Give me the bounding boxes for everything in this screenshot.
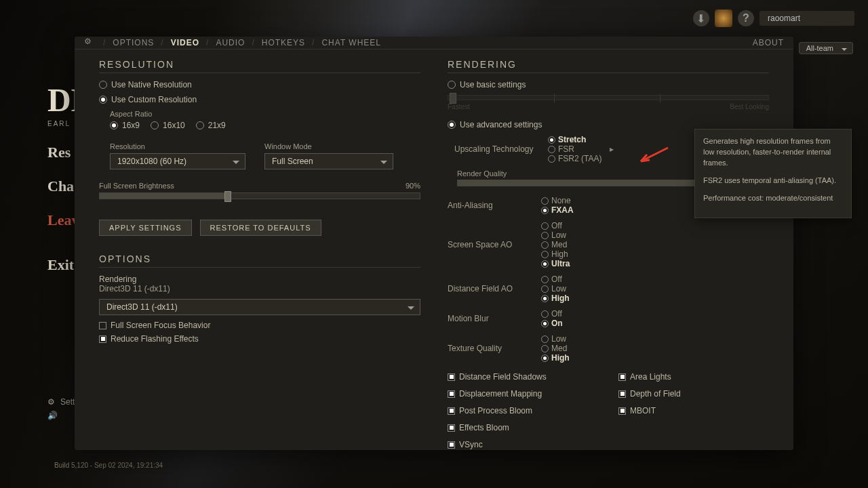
- right-column: RENDERING Use basic settings Fastest Bes…: [438, 49, 793, 460]
- resolution-heading: RESOLUTION: [99, 59, 420, 73]
- tex-label: Texture Quality: [448, 344, 536, 353]
- brightness-value: 90%: [406, 182, 420, 190]
- radio-basic-settings[interactable]: Use basic settings: [448, 80, 769, 89]
- radio-advanced-settings[interactable]: Use advanced settings: [448, 120, 769, 129]
- checkbox-area-lights[interactable]: Area Lights: [618, 372, 769, 382]
- checkbox-reduce-flash[interactable]: Reduce Flashing Effects: [99, 334, 420, 344]
- aspect-16x9[interactable]: 16x9: [110, 121, 140, 130]
- ssao-high[interactable]: High: [541, 249, 570, 259]
- rendering-checkboxes: Distance Field ShadowsArea LightsDisplac…: [448, 372, 769, 453]
- tab-video[interactable]: VIDEO: [171, 38, 199, 47]
- checkbox-mboit[interactable]: MBOIT: [618, 406, 769, 415]
- download-icon[interactable]: ⬇: [693, 10, 709, 26]
- gear-icon: ⚙: [84, 37, 96, 49]
- checkbox-post-process-bloom[interactable]: Post Process Bloom: [448, 406, 598, 415]
- aspect-16x10[interactable]: 16x10: [151, 121, 185, 130]
- aspect-ratio-label: Aspect Ratio: [110, 110, 420, 118]
- tab-options[interactable]: OPTIONS: [113, 38, 154, 47]
- tab-audio[interactable]: AUDIO: [216, 38, 245, 47]
- options-heading: OPTIONS: [99, 253, 420, 268]
- radio-custom-resolution[interactable]: Use Custom Resolution: [99, 95, 420, 104]
- ssao-med[interactable]: Med: [541, 240, 570, 249]
- ssao-off[interactable]: Off: [541, 221, 570, 230]
- dfao-label: Distance Field AO: [448, 284, 536, 293]
- aa-label: Anti-Aliasing: [448, 201, 536, 210]
- menu-settings[interactable]: ⚙Sett: [47, 397, 75, 407]
- checkbox-distance-field-shadows[interactable]: Distance Field Shadows: [448, 372, 598, 382]
- bg-footer: ⚙Sett 🔊: [47, 393, 75, 420]
- settings-panel: ⚙ / OPTIONS / VIDEO / AUDIO / HOTKEYS / …: [75, 37, 793, 450]
- upscale-stretch[interactable]: Stretch: [548, 135, 601, 144]
- ssao-low[interactable]: Low: [541, 230, 570, 240]
- checkbox-displacement-mapping[interactable]: Displacement Mapping: [448, 389, 598, 399]
- mblur-off[interactable]: Off: [541, 309, 563, 319]
- rendering-sublabel: Direct3D 11 (-dx11): [99, 284, 420, 293]
- resolution-select[interactable]: 1920x1080 (60 Hz): [110, 153, 245, 169]
- chat-channel-select[interactable]: All-team: [799, 42, 853, 54]
- checkbox-focus-behavior[interactable]: Full Screen Focus Behavior: [99, 321, 420, 330]
- checkbox-depth-of-field[interactable]: Depth of Field: [618, 389, 769, 399]
- tab-chatwheel[interactable]: CHAT WHEEL: [321, 38, 381, 47]
- aspect-ratio-group: 16x916x1021x9: [110, 121, 420, 136]
- gear-icon: ⚙: [47, 397, 55, 407]
- apply-settings-button[interactable]: APPLY SETTINGS: [99, 220, 192, 236]
- settings-tabs: ⚙ / OPTIONS / VIDEO / AUDIO / HOTKEYS / …: [75, 37, 793, 49]
- speaker-icon: 🔊: [47, 411, 58, 420]
- build-info: Build 5,120 - Sep 02 2024, 19:21:34: [54, 462, 163, 469]
- resolution-label: Resolution: [110, 142, 245, 150]
- window-mode-label: Window Mode: [264, 142, 393, 150]
- dfao-high[interactable]: High: [541, 293, 570, 303]
- menu-sound[interactable]: 🔊: [47, 411, 75, 420]
- checkbox-vsync[interactable]: VSync: [448, 440, 598, 449]
- help-icon[interactable]: ?: [738, 10, 754, 26]
- topbar: ⬇ ? raoomart: [693, 9, 854, 27]
- left-column: RESOLUTION Use Native Resolution Use Cus…: [75, 49, 438, 460]
- brightness-label: Full Screen Brightness: [99, 182, 174, 190]
- upscale-fsr[interactable]: FSR: [548, 144, 601, 154]
- upscaling-tooltip: Generates high resolution frames from lo…: [694, 129, 852, 218]
- rendering-label: Rendering: [99, 274, 420, 284]
- aa-fxaa[interactable]: FXAA: [541, 205, 574, 215]
- brightness-slider[interactable]: [99, 192, 420, 199]
- username-field[interactable]: raoomart: [760, 11, 854, 26]
- aa-none[interactable]: None: [541, 196, 574, 205]
- texq-med[interactable]: Med: [541, 344, 570, 353]
- rendering-api-select[interactable]: Direct3D 11 (-dx11): [99, 299, 420, 315]
- restore-defaults-button[interactable]: RESTORE TO DEFAULTS: [200, 220, 321, 236]
- texq-high[interactable]: High: [541, 353, 570, 363]
- checkbox-effects-bloom[interactable]: Effects Bloom: [448, 423, 598, 432]
- tab-about[interactable]: ABOUT: [753, 38, 784, 47]
- aspect-21x9[interactable]: 21x9: [196, 121, 226, 130]
- mblur-on[interactable]: On: [541, 319, 563, 328]
- game-logo-icon[interactable]: [715, 9, 732, 27]
- tab-hotkeys[interactable]: HOTKEYS: [262, 38, 305, 47]
- texq-low[interactable]: Low: [541, 334, 570, 344]
- mblur-label: Motion Blur: [448, 314, 536, 323]
- ssao-label: Screen Space AO: [448, 240, 536, 249]
- upscale-fsr2taa[interactable]: FSR2 (TAA): [548, 154, 601, 163]
- upscaling-label: Upscaling Technology: [454, 144, 542, 154]
- dfao-off[interactable]: Off: [541, 274, 570, 284]
- dfao-low[interactable]: Low: [541, 284, 570, 293]
- chevron-right-icon[interactable]: ▸: [610, 144, 614, 154]
- ssao-ultra[interactable]: Ultra: [541, 259, 570, 268]
- basic-quality-slider: Fastest Best Looking: [448, 95, 769, 110]
- window-mode-select[interactable]: Full Screen: [264, 153, 393, 169]
- radio-native-resolution[interactable]: Use Native Resolution: [99, 80, 420, 89]
- rendering-heading: RENDERING: [448, 59, 769, 73]
